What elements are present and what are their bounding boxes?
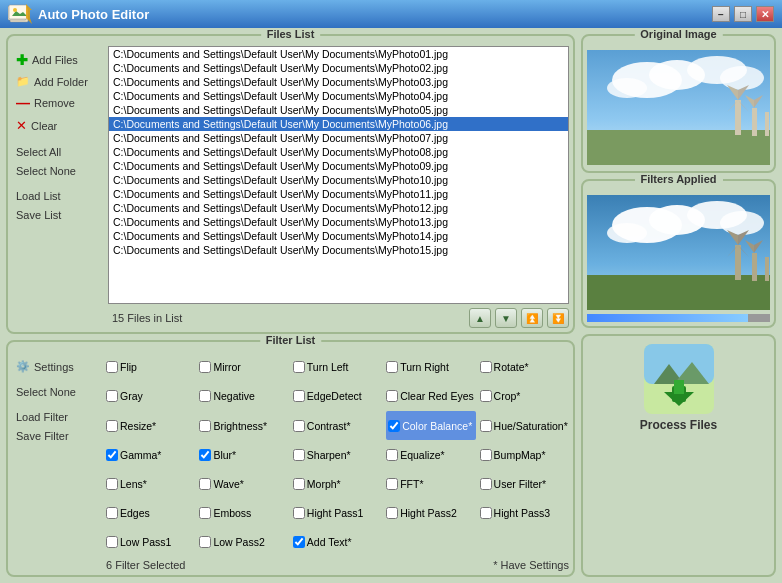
file-count: 15 Files in List bbox=[112, 312, 182, 324]
filter-item[interactable]: Emboss bbox=[199, 500, 288, 527]
svg-point-8 bbox=[607, 78, 647, 98]
svg-rect-2 bbox=[9, 5, 27, 19]
file-item[interactable]: C:\Documents and Settings\Default User\M… bbox=[109, 201, 568, 215]
filter-item[interactable]: Clear Red Eyes bbox=[386, 383, 475, 410]
file-item[interactable]: C:\Documents and Settings\Default User\M… bbox=[109, 131, 568, 145]
load-list-button[interactable]: Load List bbox=[12, 188, 102, 204]
filter-item[interactable]: Add Text* bbox=[293, 528, 382, 555]
clear-button[interactable]: ✕ Clear bbox=[12, 116, 102, 135]
svg-point-3 bbox=[13, 8, 17, 12]
move-up-button[interactable]: ▲ bbox=[469, 308, 491, 328]
remove-button[interactable]: — Remove bbox=[12, 93, 102, 113]
folder-icon: 📁 bbox=[16, 75, 30, 88]
filter-item[interactable]: Hight Pass3 bbox=[480, 500, 569, 527]
move-down-button[interactable]: ▼ bbox=[495, 308, 517, 328]
app-logo-icon bbox=[8, 4, 32, 24]
filter-item[interactable]: Sharpen* bbox=[293, 442, 382, 469]
file-item[interactable]: C:\Documents and Settings\Default User\M… bbox=[109, 159, 568, 173]
filter-item[interactable]: Blur* bbox=[199, 442, 288, 469]
filter-item[interactable]: User Filter* bbox=[480, 471, 569, 498]
move-top-button[interactable]: ⏫ bbox=[521, 308, 543, 328]
title-bar: Auto Photo Editor − □ ✕ bbox=[0, 0, 782, 28]
filtered-image-title: Filters Applied bbox=[635, 173, 723, 185]
svg-rect-35 bbox=[765, 257, 769, 281]
filter-item[interactable]: BumpMap* bbox=[480, 442, 569, 469]
progress-bar bbox=[587, 314, 748, 322]
file-item[interactable]: C:\Documents and Settings\Default User\M… bbox=[109, 89, 568, 103]
svg-rect-32 bbox=[752, 253, 757, 281]
filter-item[interactable]: Turn Left bbox=[293, 354, 382, 381]
select-all-button[interactable]: Select All bbox=[12, 144, 102, 160]
svg-point-26 bbox=[720, 211, 764, 235]
filter-item[interactable]: FFT* bbox=[386, 471, 475, 498]
filter-item[interactable]: Gamma* bbox=[106, 442, 195, 469]
filter-item[interactable]: Edges bbox=[106, 500, 195, 527]
svg-point-10 bbox=[720, 66, 764, 90]
filter-item[interactable]: EdgeDetect bbox=[293, 383, 382, 410]
files-section: Files List ✚ Add Files 📁 Add Folder — Re… bbox=[6, 34, 575, 334]
filter-section: Filter List ⚙️ Settings Select None Load… bbox=[6, 340, 575, 577]
save-list-button[interactable]: Save List bbox=[12, 207, 102, 223]
filter-item[interactable]: Equalize* bbox=[386, 442, 475, 469]
filter-item[interactable]: Crop* bbox=[480, 383, 569, 410]
filter-item[interactable]: Hight Pass2 bbox=[386, 500, 475, 527]
original-image-section: Original Image bbox=[581, 34, 776, 173]
maximize-button[interactable]: □ bbox=[734, 6, 752, 22]
svg-rect-27 bbox=[735, 245, 741, 280]
select-none-filter-button[interactable]: Select None bbox=[12, 384, 102, 400]
app-title: Auto Photo Editor bbox=[38, 7, 149, 22]
file-item[interactable]: C:\Documents and Settings\Default User\M… bbox=[109, 173, 568, 187]
settings-icon: ⚙️ bbox=[16, 360, 30, 373]
add-files-button[interactable]: ✚ Add Files bbox=[12, 50, 102, 70]
file-item[interactable]: C:\Documents and Settings\Default User\M… bbox=[109, 187, 568, 201]
file-item[interactable]: C:\Documents and Settings\Default User\M… bbox=[109, 145, 568, 159]
settings-button[interactable]: ⚙️ Settings bbox=[12, 358, 102, 375]
move-bottom-button[interactable]: ⏬ bbox=[547, 308, 569, 328]
filter-item[interactable]: Gray bbox=[106, 383, 195, 410]
process-section: Process Files bbox=[581, 334, 776, 577]
add-files-icon: ✚ bbox=[16, 52, 28, 68]
svg-rect-42 bbox=[674, 380, 684, 394]
load-filter-button[interactable]: Load Filter bbox=[12, 409, 102, 425]
filter-item[interactable]: Mirror bbox=[199, 354, 288, 381]
filter-item[interactable]: Turn Right bbox=[386, 354, 475, 381]
filter-item[interactable]: Brightness* bbox=[199, 411, 288, 440]
filter-item[interactable]: Contrast* bbox=[293, 411, 382, 440]
save-filter-button[interactable]: Save Filter bbox=[12, 428, 102, 444]
filter-item[interactable]: Low Pass2 bbox=[199, 528, 288, 555]
close-button[interactable]: ✕ bbox=[756, 6, 774, 22]
file-item[interactable]: C:\Documents and Settings\Default User\M… bbox=[109, 215, 568, 229]
minimize-button[interactable]: − bbox=[712, 6, 730, 22]
filter-item[interactable]: Negative bbox=[199, 383, 288, 410]
file-item[interactable]: C:\Documents and Settings\Default User\M… bbox=[109, 47, 568, 61]
filter-item[interactable]: Color Balance* bbox=[386, 411, 475, 440]
filtered-image-section: Filters Applied bbox=[581, 179, 776, 328]
filter-item[interactable]: Hue/Saturation* bbox=[480, 411, 569, 440]
filter-item[interactable]: Low Pass1 bbox=[106, 528, 195, 555]
svg-point-24 bbox=[607, 223, 647, 243]
file-item[interactable]: C:\Documents and Settings\Default User\M… bbox=[109, 229, 568, 243]
file-item[interactable]: C:\Documents and Settings\Default User\M… bbox=[109, 103, 568, 117]
original-image-svg bbox=[587, 50, 770, 165]
svg-rect-16 bbox=[752, 108, 757, 136]
filter-item[interactable]: Resize* bbox=[106, 411, 195, 440]
files-section-title: Files List bbox=[261, 28, 321, 40]
filter-item[interactable]: Wave* bbox=[199, 471, 288, 498]
original-image-preview bbox=[587, 50, 770, 167]
file-listbox[interactable]: C:\Documents and Settings\Default User\M… bbox=[108, 46, 569, 304]
file-item[interactable]: C:\Documents and Settings\Default User\M… bbox=[109, 243, 568, 257]
select-none-files-button[interactable]: Select None bbox=[12, 163, 102, 179]
filter-item[interactable]: Morph* bbox=[293, 471, 382, 498]
file-item[interactable]: C:\Documents and Settings\Default User\M… bbox=[109, 61, 568, 75]
clear-icon: ✕ bbox=[16, 118, 27, 133]
file-item[interactable]: C:\Documents and Settings\Default User\M… bbox=[109, 117, 568, 131]
add-folder-button[interactable]: 📁 Add Folder bbox=[12, 73, 102, 90]
remove-icon: — bbox=[16, 95, 30, 111]
filtered-image-svg bbox=[587, 195, 770, 310]
filter-item[interactable]: Flip bbox=[106, 354, 195, 381]
filter-item[interactable]: Lens* bbox=[106, 471, 195, 498]
file-item[interactable]: C:\Documents and Settings\Default User\M… bbox=[109, 75, 568, 89]
original-image-title: Original Image bbox=[634, 28, 722, 40]
filter-item[interactable]: Hight Pass1 bbox=[293, 500, 382, 527]
filter-item[interactable]: Rotate* bbox=[480, 354, 569, 381]
